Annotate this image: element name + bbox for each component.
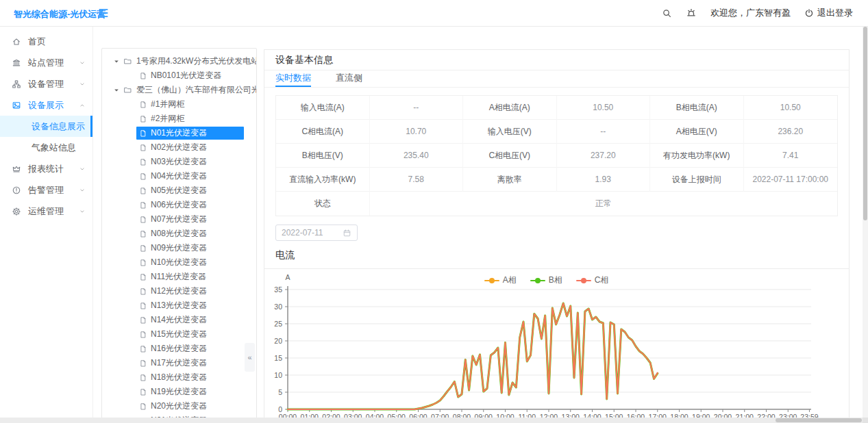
sidebar-item-device-display[interactable]: 设备展示 xyxy=(0,94,92,116)
tree-node[interactable]: N01光伏逆变器 xyxy=(102,126,256,140)
vertical-scrollbar-thumb[interactable] xyxy=(863,27,867,220)
file-icon xyxy=(139,316,147,324)
tree-node-label: N12光伏逆变器 xyxy=(151,285,207,297)
home-icon xyxy=(12,37,21,47)
app-header: 智光综合能源-光伏运营 欢迎您，广东智有盈 退出登录 xyxy=(0,0,868,27)
caret-down-icon[interactable] xyxy=(113,58,120,65)
alert-icon xyxy=(12,185,21,195)
sidebar-item-alarm-mgmt[interactable]: 告警管理 xyxy=(0,179,92,201)
scrollbar-corner xyxy=(863,418,868,423)
date-input[interactable] xyxy=(282,228,339,238)
legend-label: C相 xyxy=(595,274,609,286)
sidebar-item-home[interactable]: 首页 xyxy=(0,31,92,52)
file-icon xyxy=(139,402,147,411)
sidebar-item-report-stats[interactable]: 报表统计 xyxy=(0,158,92,179)
tree-node[interactable]: N03光伏逆变器 xyxy=(102,155,256,169)
svg-text:35: 35 xyxy=(274,285,282,294)
tree-node[interactable]: N20光伏逆变器 xyxy=(102,399,256,413)
tree-folder[interactable]: 爱三（佛山）汽车部件有限公司光伏发 xyxy=(102,83,256,97)
tab-0[interactable]: 实时数据 xyxy=(275,70,311,87)
logout-button[interactable]: 退出登录 xyxy=(804,7,853,19)
sidebar-nav: 首页站点管理设备管理设备展示设备信息展示气象站信息报表统计告警管理运维管理 xyxy=(0,27,93,418)
sidebar-item-label: 设备展示 xyxy=(28,99,79,112)
tree-node[interactable]: N18光伏逆变器 xyxy=(102,370,256,385)
tree-node[interactable]: N10光伏逆变器 xyxy=(102,255,256,270)
legend-item-A相[interactable]: A相 xyxy=(484,274,517,286)
tree-node[interactable]: NB0101光伏逆变器 xyxy=(102,68,256,83)
sidebar-item-site-mgmt[interactable]: 站点管理 xyxy=(0,52,92,73)
tree-node[interactable]: N16光伏逆变器 xyxy=(102,342,256,356)
horizontal-scrollbar xyxy=(0,418,863,423)
tree-node[interactable]: N15光伏逆变器 xyxy=(102,327,256,342)
sidebar-subitem-label: 设备信息展示 xyxy=(32,120,85,133)
horizontal-scrollbar-thumb[interactable] xyxy=(776,418,862,422)
file-icon xyxy=(139,273,147,281)
file-icon xyxy=(139,172,147,181)
legend-item-B相[interactable]: B相 xyxy=(530,274,562,286)
file-icon xyxy=(139,115,147,123)
logout-label: 退出登录 xyxy=(817,7,853,19)
bank-icon xyxy=(12,58,21,68)
svg-text:10: 10 xyxy=(274,371,282,379)
info-label: B相电流(A) xyxy=(650,96,744,120)
tree-node[interactable]: N02光伏逆变器 xyxy=(102,140,256,155)
current-chart[interactable]: A相B相C相 05101520253035A00:0001:0002:0003:… xyxy=(264,269,849,423)
sidebar-item-label: 报表统计 xyxy=(28,163,79,175)
panel-title: 设备基本信息 xyxy=(264,50,849,70)
tree-node[interactable]: N14光伏逆变器 xyxy=(102,313,256,327)
info-label: A相电流(A) xyxy=(463,96,557,120)
tree-node[interactable]: N06光伏逆变器 xyxy=(102,198,256,212)
info-label: 直流输入功率(kW) xyxy=(276,168,370,192)
alarm-icon[interactable] xyxy=(686,8,697,18)
date-picker[interactable] xyxy=(275,225,358,241)
sidebar-item-device-mgmt[interactable]: 设备管理 xyxy=(0,73,92,94)
tree-folder[interactable]: 1号家用4.32kW分布式光伏发电站 xyxy=(102,54,256,68)
legend-item-C相[interactable]: C相 xyxy=(576,274,609,286)
file-icon xyxy=(139,287,147,296)
tree-node-label: N13光伏逆变器 xyxy=(151,300,207,311)
tree-node[interactable]: N05光伏逆变器 xyxy=(102,183,256,198)
tab-1[interactable]: 直流侧 xyxy=(336,70,362,87)
tree-node[interactable]: N04光伏逆变器 xyxy=(102,169,256,183)
tree-node[interactable]: #2并网柜 xyxy=(102,112,256,126)
tree-node[interactable]: N13光伏逆变器 xyxy=(102,298,256,313)
tree-node[interactable]: N08光伏逆变器 xyxy=(102,227,256,241)
info-label: B相电压(V) xyxy=(276,144,370,168)
file-icon xyxy=(139,144,147,152)
tree-node-label: #2并网柜 xyxy=(151,113,184,125)
sidebar-subitem-label: 气象站信息 xyxy=(32,142,76,154)
file-icon xyxy=(139,331,147,339)
tree-node[interactable]: N12光伏逆变器 xyxy=(102,284,256,298)
file-icon xyxy=(139,230,147,238)
svg-text:30: 30 xyxy=(274,303,282,311)
info-value: -- xyxy=(557,120,651,144)
sidebar-item-label: 设备管理 xyxy=(28,78,79,90)
tree-node[interactable]: N11光伏逆变器 xyxy=(102,270,256,284)
tree-node[interactable]: N17光伏逆变器 xyxy=(102,356,256,370)
sidebar-item-label: 运维管理 xyxy=(28,205,79,218)
tree-node[interactable]: N19光伏逆变器 xyxy=(102,385,256,399)
tree-node[interactable]: N09光伏逆变器 xyxy=(102,241,256,255)
status-label: 状态 xyxy=(276,192,370,216)
search-icon[interactable] xyxy=(662,8,672,18)
info-value: 10.50 xyxy=(744,96,838,120)
tree-node[interactable]: N07光伏逆变器 xyxy=(102,212,256,227)
svg-text:25: 25 xyxy=(274,320,282,328)
sidebar-item-ops-mgmt[interactable]: 运维管理 xyxy=(0,201,92,222)
info-label: 输入电流(A) xyxy=(276,96,370,120)
file-icon xyxy=(139,201,147,209)
sidebar-subitem-weather-station-info[interactable]: 气象站信息 xyxy=(0,137,92,158)
folder-icon xyxy=(123,57,132,66)
info-value: 10.70 xyxy=(370,120,464,144)
vertical-scrollbar xyxy=(863,27,868,418)
info-label: 输入电压(V) xyxy=(463,120,557,144)
caret-down-icon[interactable] xyxy=(113,87,120,94)
info-value: 7.58 xyxy=(370,168,464,192)
tree-node[interactable]: #1并网柜 xyxy=(102,97,256,112)
menu-fold-icon[interactable] xyxy=(97,7,110,19)
file-icon xyxy=(139,259,147,267)
tree-collapse-handle[interactable]: « xyxy=(245,343,255,372)
sidebar-subitem-device-info-display[interactable]: 设备信息展示 xyxy=(0,116,92,137)
chart-canvas[interactable]: 05101520253035A00:0001:0002:0003:0004:00… xyxy=(264,269,849,423)
info-label: C相电压(V) xyxy=(463,144,557,168)
